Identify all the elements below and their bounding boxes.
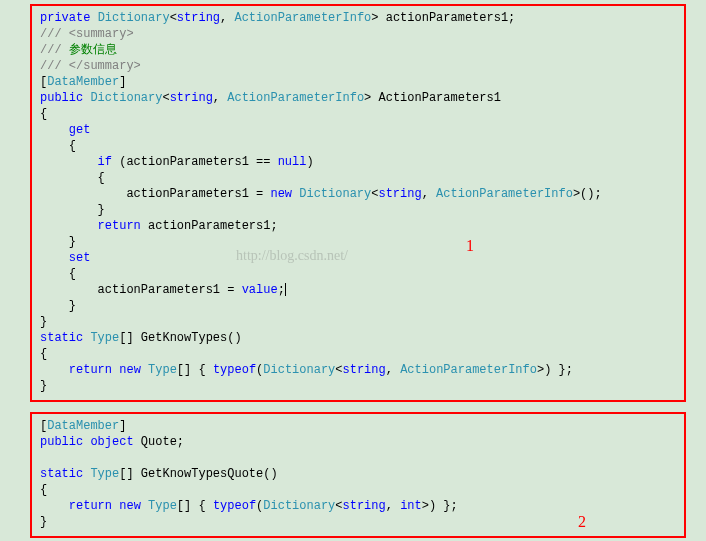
code-editor-viewport: 1 private Dictionary<string, ActionParam… bbox=[0, 0, 706, 541]
code-block-1: 1 private Dictionary<string, ActionParam… bbox=[30, 4, 686, 402]
code-block-2: 2 [DataMember] public object Quote; stat… bbox=[30, 412, 686, 538]
code-block-1-content: private Dictionary<string, ActionParamet… bbox=[40, 10, 676, 394]
text-cursor bbox=[285, 283, 286, 296]
block-number-2: 2 bbox=[578, 514, 586, 530]
block-number-1: 1 bbox=[466, 238, 474, 254]
